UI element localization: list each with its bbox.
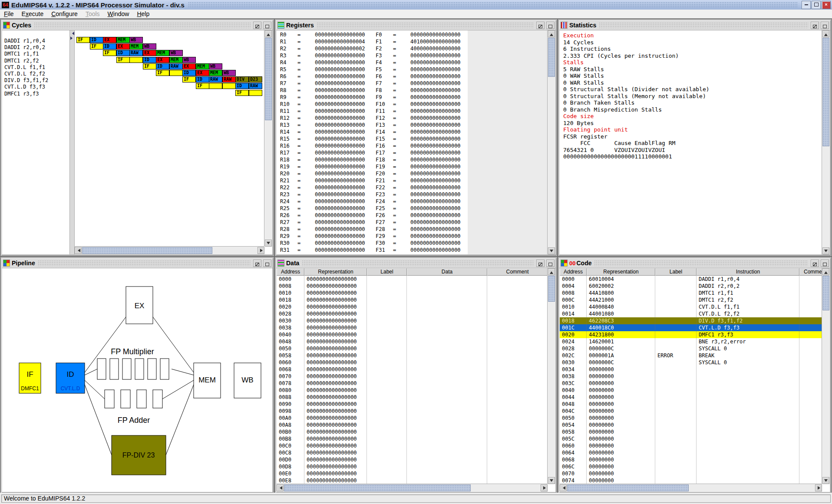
table-row[interactable]: 000C44A21000DMTC1 r2,f2 [560, 296, 822, 303]
table-row[interactable]: 00600000000000000000 [277, 359, 548, 366]
table-row[interactable]: 007400000000 [560, 477, 822, 484]
data-maximize-button[interactable] [546, 260, 555, 267]
register-row[interactable]: R10=0000000000000000F10=0000000000000000 [277, 101, 555, 108]
table-row[interactable]: 00B00000000000000000 [277, 428, 548, 435]
table-row[interactable]: 004400000000 [560, 394, 822, 401]
cycles-vscrollbar[interactable] [264, 30, 272, 247]
cycles-hscrollbar[interactable] [75, 246, 264, 254]
table-row[interactable]: 00700000000000000000 [277, 373, 548, 380]
statistics-titlebar[interactable]: Statistics [559, 20, 830, 30]
table-row[interactable]: 006C00000000 [560, 463, 822, 470]
data-titlebar[interactable]: Data [276, 258, 556, 268]
table-row[interactable]: 002414620001BNE r3,r2,error [560, 338, 822, 345]
register-row[interactable]: R1=0000000000000004F1=4010000000000000 [277, 38, 555, 45]
register-row[interactable]: R7=0000000000000000F7=0000000000000000 [277, 80, 555, 87]
table-row[interactable]: 00380000000000000000 [277, 324, 548, 331]
scroll-left-button[interactable] [277, 484, 284, 491]
table-row[interactable]: 00E80000000000000000 [277, 477, 548, 484]
data-vscrollbar[interactable] [547, 268, 555, 484]
data-hscroll-thumb[interactable] [284, 484, 471, 491]
table-row[interactable]: 00D80000000000000000 [277, 463, 548, 470]
statistics-vscrollbar[interactable] [822, 30, 830, 254]
table-row[interactable]: 007000000000 [560, 470, 822, 477]
table-row[interactable]: 00200000000000000000 [277, 303, 548, 310]
table-row[interactable]: 005400000000 [560, 422, 822, 428]
scroll-left-button[interactable] [75, 247, 82, 254]
table-row[interactable]: 00880000000000000000 [277, 394, 548, 401]
table-row[interactable]: 006800000000 [560, 456, 822, 463]
registers-restore-button[interactable] [536, 22, 545, 29]
pipeline-restore-button[interactable] [253, 260, 261, 267]
register-row[interactable]: R0=0000000000000000F0=0000000000000000 [277, 31, 555, 38]
code-vscrollbar[interactable] [822, 268, 830, 484]
table-row[interactable]: 00480000000000000000 [277, 338, 548, 345]
register-row[interactable]: R19=0000000000000000F19=0000000000000000 [277, 163, 555, 170]
scroll-up-button[interactable] [822, 30, 829, 37]
statistics-restore-button[interactable] [811, 22, 819, 29]
close-button[interactable]: × [822, 1, 831, 9]
register-row[interactable]: R22=0000000000000000F22=0000000000000000 [277, 184, 555, 191]
table-row[interactable]: 00E00000000000000000 [277, 470, 548, 477]
register-row[interactable]: R13=0000000000000000F13=0000000000000000 [277, 122, 555, 128]
menu-help[interactable]: Help [133, 10, 153, 18]
register-row[interactable]: R15=0000000000000000F15=0000000000000000 [277, 135, 555, 142]
menu-configure[interactable]: Configure [47, 10, 82, 18]
scroll-down-button[interactable] [822, 247, 829, 254]
registers-vscrollbar[interactable] [547, 30, 555, 254]
data-restore-button[interactable] [536, 260, 545, 267]
table-row[interactable]: 006400000000 [560, 449, 822, 456]
cycles-split-divider[interactable] [69, 30, 75, 254]
scroll-up-button[interactable] [822, 268, 829, 275]
table-row[interactable]: 004800000000 [560, 401, 822, 408]
table-row[interactable]: 00B80000000000000000 [277, 435, 548, 442]
menu-file[interactable]: File [0, 10, 18, 18]
registers-maximize-button[interactable] [546, 22, 555, 29]
table-row[interactable]: 00D00000000000000000 [277, 456, 548, 463]
table-row[interactable]: 001C440018C0CVT.L.D f3,f3 [560, 324, 822, 331]
scroll-right-button[interactable] [541, 484, 548, 491]
table-row[interactable]: 00980000000000000000 [277, 408, 548, 415]
table-row[interactable]: 00A80000000000000000 [277, 422, 548, 428]
register-row[interactable]: R11=0000000000000000F11=0000000000000000 [277, 108, 555, 115]
table-row[interactable]: 00280000000000000000 [277, 310, 548, 317]
scroll-right-button[interactable] [258, 247, 264, 254]
menu-execute[interactable]: Execute [18, 10, 48, 18]
cycles-hscroll-thumb[interactable] [82, 247, 212, 254]
register-row[interactable]: R4=0000000000000000F4=0000000000000000 [277, 59, 555, 66]
scroll-right-button[interactable] [815, 484, 822, 491]
table-row[interactable]: 001444001080CVT.D.L f2,f2 [560, 310, 822, 317]
table-row[interactable]: 000060010004DADDI r1,r0,4 [560, 276, 822, 283]
scroll-down-button[interactable] [822, 477, 829, 484]
table-row[interactable]: 00C00000000000000000 [277, 442, 548, 449]
data-hscrollbar[interactable] [277, 484, 548, 492]
register-row[interactable]: R5=0000000000000000F5=0000000000000000 [277, 66, 555, 73]
table-row[interactable]: 00100000000000000000 [277, 290, 548, 296]
table-row[interactable]: 00400000000000000000 [277, 331, 548, 338]
scroll-up-button[interactable] [265, 30, 272, 37]
register-row[interactable]: R16=0000000000000000F16=0000000000000000 [277, 142, 555, 149]
table-row[interactable]: 00080000000000000000 [277, 283, 548, 290]
expand-right-icon[interactable] [70, 36, 74, 40]
table-row[interactable]: 005C00000000 [560, 435, 822, 442]
code-titlebar[interactable]: 00 Code [559, 258, 830, 268]
table-row[interactable]: 004000000000 [560, 387, 822, 394]
table-row[interactable]: 00300000000CSYSCALL 0 [560, 359, 822, 366]
register-row[interactable]: R23=0000000000000000F23=0000000000000000 [277, 191, 555, 198]
table-row[interactable]: 00900000000000000000 [277, 401, 548, 408]
cycles-titlebar[interactable]: Cycles [2, 20, 273, 30]
register-row[interactable]: R20=0000000000000000F20=0000000000000000 [277, 170, 555, 177]
register-row[interactable]: R28=0000000000000000F28=0000000000000000 [277, 226, 555, 233]
scroll-down-button[interactable] [548, 247, 555, 254]
table-row[interactable]: 003C00000000 [560, 380, 822, 387]
scroll-down-button[interactable] [548, 477, 555, 484]
register-row[interactable]: R30=0000000000000000F30=0000000000000000 [277, 240, 555, 247]
registers-titlebar[interactable]: Registers [276, 20, 556, 30]
table-row[interactable]: 002044231800DMFC1 r3,f3 [560, 331, 822, 338]
table-row[interactable]: 000460020002DADDI r2,r0,2 [560, 283, 822, 290]
register-row[interactable]: R18=0000000000000000F18=0000000000000000 [277, 156, 555, 163]
table-row[interactable]: 00680000000000000000 [277, 366, 548, 373]
register-row[interactable]: R9=0000000000000000F9=0000000000000000 [277, 94, 555, 101]
pipeline-titlebar[interactable]: Pipeline [2, 258, 273, 268]
register-row[interactable]: R29=0000000000000000F29=0000000000000000 [277, 233, 555, 240]
table-row[interactable]: 00000000000000000000 [277, 276, 548, 283]
